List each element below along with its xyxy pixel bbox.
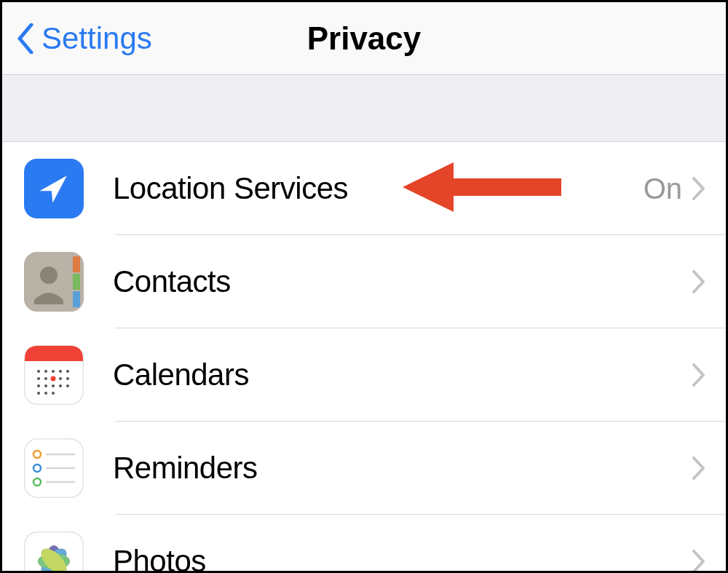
privacy-list: Location Services On Contacts	[2, 142, 726, 573]
chevron-right-icon	[692, 550, 705, 573]
svg-point-11	[66, 370, 69, 373]
calendar-icon	[24, 345, 84, 405]
chevron-right-icon	[692, 177, 705, 200]
chevron-right-icon	[692, 457, 705, 480]
row-label: Calendars	[113, 357, 692, 392]
svg-point-10	[59, 370, 62, 373]
svg-rect-2	[73, 256, 80, 272]
navigation-bar: Settings Privacy	[2, 2, 726, 75]
svg-point-20	[66, 384, 69, 387]
photos-icon	[24, 531, 84, 573]
svg-point-13	[44, 377, 47, 380]
svg-point-18	[52, 384, 55, 387]
svg-point-12	[37, 377, 40, 380]
row-label: Photos	[113, 544, 692, 573]
svg-point-22	[44, 392, 47, 395]
svg-point-21	[37, 392, 40, 395]
svg-point-8	[44, 370, 47, 373]
row-calendars[interactable]: Calendars	[2, 328, 726, 422]
svg-point-17	[44, 384, 47, 387]
location-arrow-icon	[24, 159, 84, 218]
svg-point-23	[52, 392, 55, 395]
back-button[interactable]: Settings	[2, 21, 152, 56]
row-photos[interactable]: Photos	[2, 515, 726, 573]
reminders-icon	[24, 438, 84, 498]
row-location-services[interactable]: Location Services On	[2, 142, 726, 235]
chevron-left-icon	[17, 23, 34, 54]
svg-rect-4	[73, 291, 80, 307]
chevron-right-icon	[692, 270, 705, 293]
back-label: Settings	[41, 21, 152, 56]
row-label: Location Services	[113, 171, 644, 206]
chevron-right-icon	[692, 363, 705, 387]
section-spacer	[2, 75, 726, 142]
svg-point-14	[59, 377, 62, 380]
row-reminders[interactable]: Reminders	[2, 422, 726, 515]
contacts-icon	[24, 252, 84, 312]
svg-point-24	[51, 376, 56, 382]
svg-point-15	[66, 377, 69, 380]
svg-point-5	[40, 266, 58, 284]
svg-point-7	[37, 370, 40, 373]
svg-point-16	[37, 384, 40, 387]
row-label: Contacts	[113, 264, 692, 299]
svg-rect-3	[73, 274, 80, 290]
row-detail-value: On	[644, 173, 682, 205]
row-label: Reminders	[113, 451, 692, 486]
row-contacts[interactable]: Contacts	[2, 235, 726, 328]
svg-point-9	[52, 370, 55, 373]
svg-point-19	[59, 384, 62, 387]
